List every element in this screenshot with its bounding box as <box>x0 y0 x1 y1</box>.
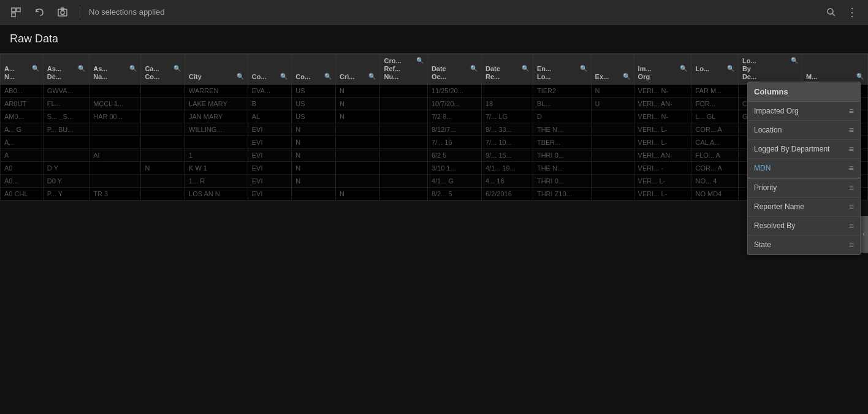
columns-panel-item-priority[interactable]: Priority ≡ <box>748 178 860 197</box>
toolbar-divider <box>80 6 80 18</box>
search-icon-asd[interactable]: 🔍 <box>78 65 85 72</box>
search-icon-caco[interactable]: 🔍 <box>173 65 181 72</box>
toolbar-right: ⋮ <box>823 4 861 21</box>
columns-panel-item-impacted-org[interactable]: Impacted Org ≡ <box>748 102 860 121</box>
search-icon-enlo[interactable]: 🔍 <box>580 65 587 72</box>
search-icon-co1[interactable]: 🔍 <box>280 73 287 80</box>
toolbar-search-icon[interactable] <box>823 4 840 21</box>
col-header-caco: Ca...Co... 🔍 <box>141 55 185 85</box>
snapshot-icon[interactable] <box>54 4 71 21</box>
svg-point-4 <box>61 10 64 14</box>
toolbar: No selections applied ⋮ <box>0 0 868 25</box>
col-header-asn: As...Na... 🔍 <box>89 55 141 85</box>
columns-panel: Columns Impacted Org ≡ Location ≡ Logged… <box>747 82 861 255</box>
search-icon-an[interactable]: 🔍 <box>32 65 39 72</box>
col-header-imorg: Im...Org 🔍 <box>634 55 691 85</box>
svg-rect-1 <box>17 8 20 12</box>
table-header-row: A...N... 🔍 As...De... 🔍 As...Na... 🔍 <box>1 55 868 85</box>
col-header-m: M... 🔍 <box>802 55 867 85</box>
columns-panel-item-location[interactable]: Location ≡ <box>748 121 860 140</box>
drag-handle-location[interactable]: ≡ <box>849 125 854 135</box>
svg-rect-2 <box>12 13 15 17</box>
data-table: A...N... 🔍 As...De... 🔍 As...Na... 🔍 <box>0 54 868 201</box>
select-icon[interactable] <box>7 4 25 21</box>
page-title-bar: Raw Data <box>0 25 868 54</box>
search-icon-imorg[interactable]: 🔍 <box>680 65 687 72</box>
table-row: A... EVI N 7/... 16 7/... 10... TBER... … <box>1 136 868 148</box>
col-header-enlo: En...Lo... 🔍 <box>533 55 591 85</box>
table-row: A0 CHL P... Y TR 3 LOS AN N EVI N 8/2...… <box>1 187 868 200</box>
columns-panel-item-logged-by-dept[interactable]: Logged By Department ≡ <box>748 140 860 159</box>
search-icon-lo[interactable]: 🔍 <box>727 65 734 72</box>
columns-panel-item-mdn[interactable]: MDN ≡ <box>748 159 860 178</box>
search-icon-co2[interactable]: 🔍 <box>324 73 332 80</box>
drag-handle-state[interactable]: ≡ <box>849 240 854 250</box>
col-header-lo: Lo... 🔍 <box>691 55 738 85</box>
drag-handle-resolved-by[interactable]: ≡ <box>849 221 854 231</box>
svg-rect-0 <box>12 8 15 12</box>
col-header-asd: As...De... 🔍 <box>43 55 89 85</box>
col-header-co2: Co... 🔍 <box>292 55 336 85</box>
drag-handle-reporter-name[interactable]: ≡ <box>849 202 854 212</box>
columns-panel-item-resolved-by[interactable]: Resolved By ≡ <box>748 217 860 236</box>
col-header-dateocc: DateOc... 🔍 <box>427 55 481 85</box>
table-row: A0... D0 Y 1... R EVI N 4/1... G 4... 16… <box>1 174 868 187</box>
search-icon-m[interactable]: 🔍 <box>856 73 864 80</box>
svg-line-7 <box>832 13 835 16</box>
col-header-co1: Co... 🔍 <box>248 55 292 85</box>
table-row: AM0... S... _S... HAR 00... JAN MARY AL … <box>1 110 868 123</box>
columns-panel-item-reporter-name[interactable]: Reporter Name ≡ <box>748 197 860 217</box>
col-header-cri: Cri... 🔍 <box>335 55 379 85</box>
svg-point-6 <box>828 9 833 14</box>
table-row: AR0UT FL... MCCL 1... LAKE MARY B US N 1… <box>1 97 868 110</box>
table-container: A...N... 🔍 As...De... 🔍 As...Na... 🔍 <box>0 54 868 414</box>
drag-handle-impacted-org[interactable]: ≡ <box>849 106 854 116</box>
search-icon-ex[interactable]: 🔍 <box>623 73 630 80</box>
drag-handle-logged-by-dept[interactable]: ≡ <box>849 144 854 154</box>
search-icon-crossref[interactable]: 🔍 <box>416 57 424 64</box>
search-icon-dateocc[interactable]: 🔍 <box>470 65 478 72</box>
search-icon-asn[interactable]: 🔍 <box>129 65 137 72</box>
drag-handle-priority[interactable]: ≡ <box>849 183 854 193</box>
col-header-loby: Lo...ByDe... 🔍 <box>738 55 802 85</box>
table-row: A0 D Y N K W 1 EVI N 3/10 1... 4/1... 19… <box>1 161 868 174</box>
table-row: A... G P... BU... WILLING... EVI N 9/12/… <box>1 123 868 136</box>
columns-panel-item-state[interactable]: State ≡ <box>748 236 860 255</box>
search-icon-city[interactable]: 🔍 <box>237 73 244 80</box>
table-row: AB0... GWVA... WARREN EVA... US N 11/25/… <box>1 84 868 97</box>
col-header-an: A...N... 🔍 <box>1 55 44 85</box>
right-edge-tab[interactable]: ‹ <box>859 216 868 253</box>
search-icon-datere[interactable]: 🔍 <box>522 65 529 72</box>
page-title: Raw Data <box>10 33 58 45</box>
col-header-crossref: Cro...Ref...Nu... 🔍 <box>380 55 427 85</box>
more-icon[interactable]: ⋮ <box>843 4 861 21</box>
toolbar-status: No selections applied <box>89 7 817 17</box>
col-header-datere: DateRe... 🔍 <box>481 55 533 85</box>
col-header-city: City 🔍 <box>185 55 248 85</box>
search-icon-cri[interactable]: 🔍 <box>368 73 376 80</box>
columns-panel-title: Columns <box>748 82 860 102</box>
col-header-ex: Ex... 🔍 <box>591 55 634 85</box>
table-row: A AI 1 EVI N 6/2 5 9/... 15... THRI 0...… <box>1 148 868 161</box>
undo-icon[interactable] <box>31 4 48 21</box>
drag-handle-mdn[interactable]: ≡ <box>849 163 854 173</box>
search-icon-loby[interactable]: 🔍 <box>791 57 798 64</box>
